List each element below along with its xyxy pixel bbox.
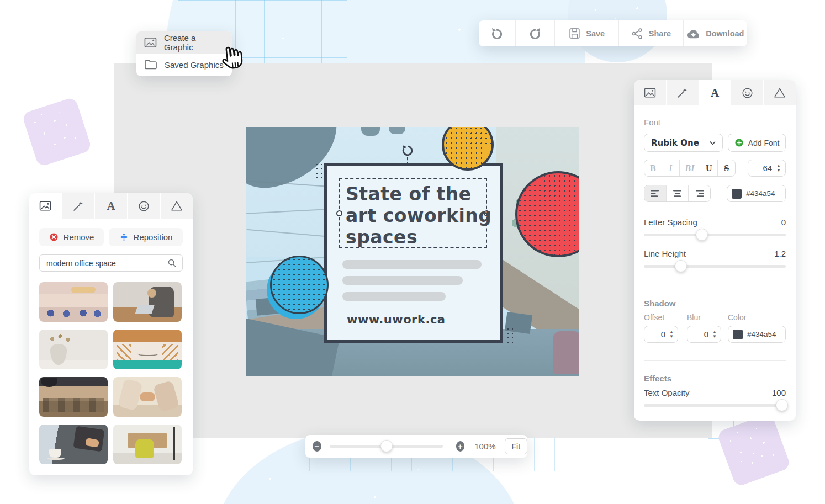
menu-item-label: Create a Graphic [164,33,224,52]
underline-button[interactable]: U [700,160,718,176]
resize-handle-left[interactable] [336,210,342,216]
effects-section-heading: Effects [644,374,671,383]
font-size-stepper[interactable]: 64 ▲▼ [748,160,786,177]
italic-button[interactable]: I [662,160,680,176]
strikethrough-button[interactable]: S [718,160,735,176]
letter-spacing-label: Letter Spacing [644,217,697,227]
thumbnail-business-handshake[interactable] [113,377,182,417]
search-input[interactable] [45,258,167,268]
font-family-value: Rubik One [651,138,699,148]
align-right-button[interactable] [689,185,710,201]
text-opacity-slider-thumb[interactable] [776,399,788,411]
remove-button[interactable]: Remove [39,228,104,246]
blue-dotted-circle[interactable] [270,256,329,314]
zoom-in-button[interactable]: + [456,441,465,452]
shapes-triangle-icon [774,87,786,98]
menu-item-create-a-graphic[interactable]: Create a Graphic [136,31,232,54]
bold-italic-button[interactable]: BI [680,160,701,176]
placeholder-bar-2 [342,276,463,285]
save-label: Save [586,29,605,38]
thumbnail-coffee-and-paperwork[interactable] [39,425,108,464]
undo-button[interactable] [479,20,516,46]
shadow-blur-arrows[interactable]: ▲▼ [712,331,717,338]
shadow-offset-stepper[interactable]: 0 ▲▼ [644,326,678,343]
download-label: Download [706,29,744,38]
letter-spacing-slider[interactable] [644,234,786,236]
website-text[interactable]: www.uwork.ca [347,313,446,326]
font-family-select[interactable]: Rubik One [644,134,723,152]
design-card[interactable]: www.uwork.ca State of the art coworking … [324,163,503,343]
download-cloud-icon [686,28,700,39]
rotate-handle-icon[interactable] [401,144,414,157]
divider [644,287,786,287]
shadow-color-field[interactable]: #434a54 [728,326,786,343]
align-left-icon [651,190,660,197]
shadow-blur-stepper[interactable]: 0 ▲▼ [687,326,721,343]
smiley-icon [742,87,753,99]
text-opacity-label: Text Opacity [644,388,690,397]
text-color-swatch[interactable] [732,189,742,199]
shadow-offset-label: Offset [644,313,664,322]
share-button[interactable]: Share [619,20,683,46]
line-height-slider-thumb[interactable] [675,260,687,272]
chevron-down-icon [710,141,716,145]
text-color-field[interactable]: #434a54 [727,185,786,202]
align-center-button[interactable] [667,185,689,201]
thumbnail-vase-on-desk[interactable] [39,330,108,369]
arrow-up-icon[interactable]: ▲ [669,331,674,334]
arrow-up-icon[interactable]: ▲ [712,331,717,334]
letter-spacing-value: 0 [781,217,786,227]
text-color-hex: #434a54 [746,189,775,198]
arrow-up-icon[interactable]: ▲ [776,165,781,168]
letter-spacing-slider-thumb[interactable] [696,229,708,241]
tab-effects[interactable] [62,193,94,219]
add-plus-icon [734,138,744,147]
reposition-move-icon [119,232,129,242]
remove-x-icon [49,232,59,242]
thumbnail-desk-with-yellow-chair[interactable] [113,425,182,464]
menu-item-saved-graphics[interactable]: Saved Graphics [136,54,232,76]
thumbnail-create-sign-interior[interactable] [113,330,182,369]
fit-button[interactable]: Fit [505,438,527,454]
tab-stickers[interactable] [128,193,160,219]
save-button[interactable]: Save [555,20,619,46]
arrow-down-icon[interactable]: ▼ [712,335,717,338]
zoom-slider-thumb[interactable] [380,440,393,452]
tab-text[interactable]: A [95,193,128,219]
canvas-design[interactable]: www.uwork.ca State of the art coworking … [246,127,579,376]
bold-button[interactable]: B [644,160,662,176]
download-button[interactable]: Download [684,20,747,46]
image-icon [39,201,51,211]
arrow-down-icon[interactable]: ▼ [776,169,781,172]
shadow-offset-arrows[interactable]: ▲▼ [669,331,674,338]
thumbnail-coworking-open-office[interactable] [39,377,108,417]
arrow-down-icon[interactable]: ▼ [669,335,674,338]
zoom-out-button[interactable]: − [313,441,321,452]
align-center-icon [673,190,682,197]
tab-effects[interactable] [667,80,699,105]
design-editor-app: www.uwork.ca State of the art coworking … [0,0,825,504]
undo-icon [490,27,504,40]
text-opacity-slider[interactable] [644,404,786,407]
shadow-color-swatch[interactable] [733,330,743,339]
placeholder-bar-1 [342,260,482,269]
font-size-arrows[interactable]: ▲▼ [776,165,781,172]
tab-images[interactable] [634,80,667,105]
align-left-button[interactable] [644,185,667,201]
reposition-button[interactable]: Reposition [109,228,183,246]
redo-button[interactable] [516,20,555,46]
tab-shapes[interactable] [161,193,193,219]
line-height-slider[interactable] [644,265,786,268]
shadow-color-hex: #434a54 [747,330,776,338]
thumbnail-cafe-seating-area[interactable] [39,282,108,322]
add-font-button[interactable]: Add Font [728,134,786,152]
tab-shapes[interactable] [764,80,796,105]
headline-text[interactable]: State of the art coworking spaces [346,183,491,248]
zoom-slider[interactable] [330,445,443,448]
tab-stickers[interactable] [731,80,764,105]
tab-text[interactable]: A [699,80,732,105]
image-search-field[interactable] [39,254,183,272]
tab-images[interactable] [29,193,62,219]
share-icon [631,28,643,40]
thumbnail-woman-working-on-laptop[interactable] [113,282,182,322]
